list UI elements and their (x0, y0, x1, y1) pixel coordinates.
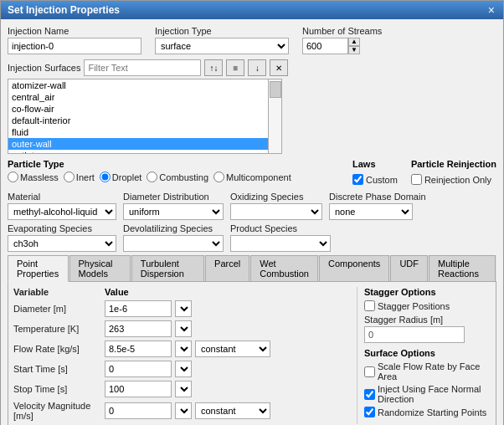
particle-type-label: Particle Type (8, 159, 339, 169)
tab-wet-combustion[interactable]: Wet Combustion (250, 255, 318, 281)
injection-type-select[interactable]: surface (155, 38, 289, 54)
prop-temp-label: Temperature [K] (13, 324, 101, 334)
list-item[interactable]: default-interior (8, 115, 268, 126)
stagger-radius-input[interactable] (364, 326, 465, 343)
material-label: Material (8, 192, 116, 202)
toolbar-delete-button[interactable]: ✕ (270, 59, 288, 76)
tab-udf[interactable]: UDF (390, 255, 428, 281)
tab-physical-models[interactable]: Physical Models (69, 255, 131, 281)
prop-velocity-input[interactable] (105, 402, 172, 419)
radio-combusting[interactable]: Combusting (147, 172, 208, 182)
laws-label: Laws (352, 159, 398, 169)
prop-flowrate-type-select[interactable]: constant (195, 341, 270, 357)
product-species-label: Product Species (230, 223, 331, 233)
prop-flowrate-input[interactable] (105, 341, 172, 357)
prop-diameter-label: Diameter [m] (13, 304, 101, 314)
diam-dist-select[interactable]: uniform (123, 203, 224, 220)
stagger-positions-label[interactable]: Stagger Positions (364, 300, 491, 311)
prop-stoptime-dropdown[interactable]: ▾ (175, 381, 192, 397)
inject-normal-text: Inject Using Face Normal Direction (378, 384, 491, 404)
filter-input[interactable] (84, 59, 201, 76)
toolbar-align-button[interactable]: ≡ (226, 59, 244, 76)
oxidizing-species-label: Oxidizing Species (230, 192, 322, 202)
radio-multicomponent[interactable]: Multicomponent (213, 172, 291, 182)
injection-name-input[interactable] (8, 38, 141, 54)
injection-name-label: Injection Name (8, 26, 141, 36)
tabs-bar: Point Properties Physical Models Turbule… (8, 255, 496, 282)
reinjection-only-checkbox[interactable] (411, 174, 422, 185)
list-item[interactable]: central_air (8, 91, 268, 103)
scale-flow-rate-text: Scale Flow Rate by Face Area (378, 361, 491, 381)
prop-stoptime-input[interactable] (105, 381, 172, 397)
prop-starttime-input[interactable] (105, 361, 172, 377)
oxidizing-species-select[interactable] (230, 203, 322, 220)
scale-flow-rate-label[interactable]: Scale Flow Rate by Face Area (364, 361, 491, 381)
tab-point-properties[interactable]: Point Properties (8, 255, 69, 282)
prop-stoptime-label: Stop Time [s] (13, 384, 101, 394)
randomize-label[interactable]: Randomize Starting Points (364, 407, 491, 417)
custom-checkbox[interactable] (352, 174, 363, 185)
discrete-phase-label: Discrete Phase Domain (329, 192, 426, 202)
set-injection-properties-dialog: Set Injection Properties × Injection Nam… (0, 0, 504, 425)
scroll-thumb (270, 81, 281, 98)
tab-multiple-reactions[interactable]: Multiple Reactions (429, 255, 496, 281)
stagger-options-title: Stagger Options (364, 287, 491, 297)
prop-diameter-input[interactable] (105, 300, 172, 317)
prop-flowrate-label: Flow Rate [kg/s] (13, 344, 101, 354)
devol-species-label: Devolatilizing Species (123, 223, 224, 233)
prop-velocity-type-select[interactable]: constant (195, 402, 270, 419)
list-item[interactable]: outlet (8, 150, 268, 154)
num-streams-input[interactable] (302, 38, 348, 54)
tab-components[interactable]: Components (319, 255, 389, 281)
num-streams-label: Number of Streams (302, 26, 382, 36)
toolbar-down-button[interactable]: ↓ (248, 59, 266, 76)
devol-species-select[interactable] (123, 235, 224, 252)
custom-label: Custom (366, 175, 398, 185)
radio-massless[interactable]: Massless (8, 172, 59, 182)
prop-velocity-label: Velocity Magnitude [m/s] (13, 401, 101, 421)
prop-starttime-dropdown[interactable]: ▾ (175, 361, 192, 377)
custom-checkbox-label[interactable]: Custom (352, 174, 398, 185)
reinjection-only-label[interactable]: Reinjection Only (411, 174, 496, 185)
tab-parcel[interactable]: Parcel (205, 255, 249, 281)
prop-temp-dropdown[interactable]: ▾ (175, 320, 192, 337)
injection-surfaces-label: Injection Surfaces (8, 63, 80, 73)
prop-velocity-dropdown[interactable]: ▾ (175, 402, 192, 419)
injection-type-label: Injection Type (155, 26, 289, 36)
list-item[interactable]: co-flow-air (8, 103, 268, 115)
evap-species-label: Evaporating Species (8, 223, 116, 233)
radio-droplet[interactable]: Droplet (100, 172, 141, 182)
diam-dist-label: Diameter Distribution (123, 192, 224, 202)
dialog-title: Set Injection Properties (8, 4, 120, 16)
toolbar-up-button[interactable]: ↑↓ (204, 59, 223, 76)
list-item[interactable]: outer-wall (8, 138, 268, 150)
title-bar: Set Injection Properties × (1, 1, 503, 19)
list-item[interactable]: fluid (8, 126, 268, 138)
randomize-checkbox[interactable] (364, 407, 375, 417)
inject-normal-label[interactable]: Inject Using Face Normal Direction (364, 384, 491, 404)
material-select[interactable]: methyl-alcohol-liquid (8, 203, 116, 220)
prop-temp-input[interactable] (105, 320, 172, 337)
streams-stepper: ▲ ▼ (348, 38, 360, 54)
randomize-text: Randomize Starting Points (378, 407, 486, 417)
tab-turbulent-dispersion[interactable]: Turbulent Dispersion (131, 255, 204, 281)
prop-flowrate-dropdown[interactable]: ▾ (175, 341, 192, 357)
streams-up-button[interactable]: ▲ (348, 38, 360, 46)
col-variable: Variable (13, 287, 101, 297)
stagger-positions-text: Stagger Positions (378, 301, 450, 311)
scale-flow-rate-checkbox[interactable] (364, 366, 375, 377)
discrete-phase-select[interactable]: none (329, 203, 413, 220)
stagger-positions-checkbox[interactable] (364, 300, 375, 311)
prop-diameter-dropdown[interactable]: ▾ (175, 300, 192, 317)
streams-down-button[interactable]: ▼ (348, 46, 360, 54)
evap-species-select[interactable]: ch3oh (8, 235, 116, 252)
list-item[interactable]: atomizer-wall (8, 79, 268, 91)
close-button[interactable]: × (486, 4, 496, 16)
radio-inert[interactable]: Inert (64, 172, 95, 182)
surface-options-title: Surface Options (364, 348, 491, 358)
surfaces-scrollbar[interactable] (269, 79, 282, 154)
inject-normal-checkbox[interactable] (364, 389, 375, 400)
product-species-select[interactable] (230, 235, 331, 252)
surfaces-list[interactable]: atomizer-wall central_air co-flow-air de… (8, 79, 269, 154)
particle-reinjection-label: Particle Reinjection (411, 159, 496, 169)
